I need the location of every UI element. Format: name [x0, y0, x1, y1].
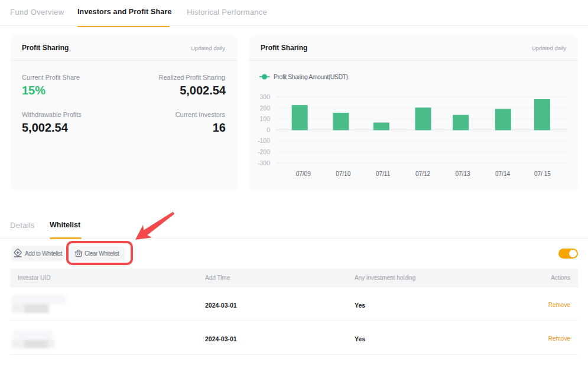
svg-text:0: 0	[267, 126, 270, 133]
svg-text:300: 300	[259, 93, 270, 100]
svg-text:07/09: 07/09	[296, 171, 311, 177]
svg-text:07/14: 07/14	[495, 171, 510, 177]
svg-text:-200: -200	[258, 148, 270, 155]
svg-text:07/ 15: 07/ 15	[534, 171, 551, 177]
svg-text:07/10: 07/10	[336, 171, 350, 177]
svg-text:200: 200	[259, 105, 270, 112]
svg-text:07/11: 07/11	[376, 171, 391, 177]
svg-text:07/12: 07/12	[415, 171, 430, 177]
svg-text:07/13: 07/13	[455, 171, 470, 177]
svg-text:-300: -300	[258, 159, 270, 166]
svg-text:Profit Sharing Amount(USDT): Profit Sharing Amount(USDT)	[274, 73, 348, 80]
svg-text:-100: -100	[258, 137, 270, 144]
svg-text:100: 100	[259, 115, 270, 122]
